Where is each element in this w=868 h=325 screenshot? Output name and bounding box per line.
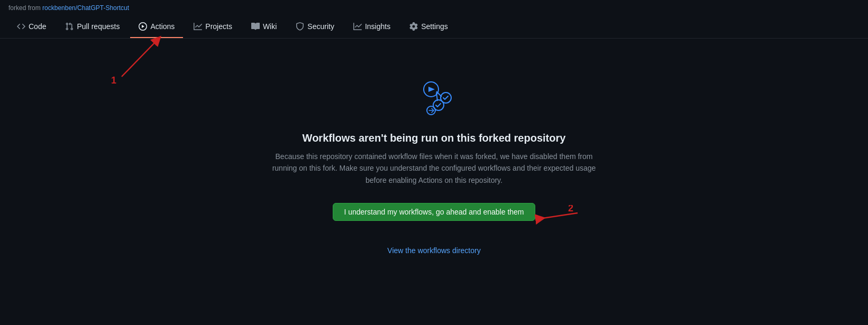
main-title: Workflows aren't being run on this forke… xyxy=(303,132,566,144)
svg-line-8 xyxy=(535,213,578,219)
svg-text:2: 2 xyxy=(568,205,573,213)
fork-prefix: forked from xyxy=(8,4,42,12)
main-content: Workflows aren't being run on this forke… xyxy=(0,39,868,297)
tab-insights[interactable]: Insights xyxy=(345,16,399,38)
workflow-illustration xyxy=(413,81,455,119)
code-icon xyxy=(17,22,25,31)
tab-settings[interactable]: Settings xyxy=(401,16,456,38)
main-description: Because this repository contained workfl… xyxy=(265,151,604,186)
tab-pull-requests[interactable]: Pull requests xyxy=(57,16,128,38)
tab-security-label: Security xyxy=(307,22,334,31)
pr-icon xyxy=(65,22,74,31)
tab-projects-label: Projects xyxy=(205,22,232,31)
tab-security[interactable]: Security xyxy=(287,16,343,38)
fork-link[interactable]: rockbenben/ChatGPT-Shortcut xyxy=(42,4,129,12)
tab-wiki[interactable]: Wiki xyxy=(243,16,285,38)
repo-nav: Code Pull requests Actions xyxy=(0,16,868,39)
settings-icon xyxy=(409,22,418,31)
security-icon xyxy=(296,22,304,31)
tab-projects[interactable]: Projects xyxy=(185,16,241,38)
insights-icon xyxy=(353,22,362,31)
enable-workflows-button[interactable]: I understand my workflows, go ahead and … xyxy=(333,203,535,221)
tab-settings-label: Settings xyxy=(421,22,448,31)
tab-code[interactable]: Code xyxy=(8,16,54,38)
view-workflows-link[interactable]: View the workflows directory xyxy=(387,246,480,255)
tab-insights-label: Insights xyxy=(365,22,390,31)
wiki-icon xyxy=(251,22,260,31)
tab-pull-requests-label: Pull requests xyxy=(77,22,120,31)
tab-code-label: Code xyxy=(29,22,46,31)
actions-nav-icon xyxy=(139,22,147,31)
projects-icon xyxy=(194,22,202,31)
fork-bar: forked from rockbenben/ChatGPT-Shortcut xyxy=(0,0,868,16)
tab-actions[interactable]: Actions xyxy=(130,16,183,38)
tab-actions-label: Actions xyxy=(150,22,175,31)
annotation-arrow-2: 2 xyxy=(530,205,583,231)
tab-wiki-label: Wiki xyxy=(263,22,277,31)
